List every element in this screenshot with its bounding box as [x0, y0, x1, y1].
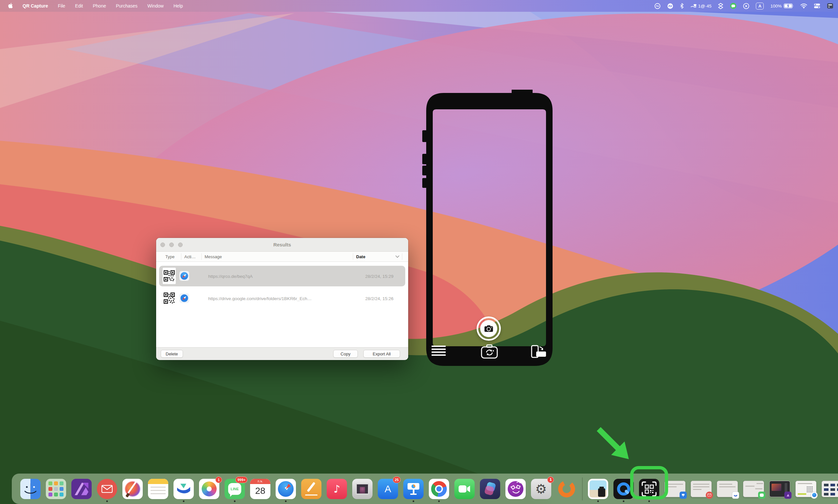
menu-file[interactable]: File — [58, 3, 66, 8]
battery-percent-label: 100% — [770, 4, 782, 8]
battery-status[interactable]: 100% — [770, 3, 794, 8]
creative-cloud-icon[interactable] — [654, 3, 661, 9]
bluetooth-icon[interactable] — [680, 3, 684, 9]
dock-photo-window-icon[interactable] — [588, 479, 608, 499]
running-indicator — [623, 500, 625, 502]
flip-camera-button[interactable] — [481, 344, 498, 359]
result-date: 28/2/24, 15:26 — [365, 296, 393, 301]
window-footer: Delete Copy Export All — [156, 347, 408, 360]
line-label: LINE — [230, 487, 239, 491]
running-indicator — [413, 500, 414, 502]
shazam-icon[interactable] — [667, 3, 673, 9]
menu-phone[interactable]: Phone — [93, 3, 106, 8]
apple-menu[interactable] — [8, 3, 13, 10]
running-indicator — [648, 500, 650, 502]
menu-window[interactable]: Window — [147, 3, 164, 8]
dock-notes-icon[interactable] — [148, 479, 168, 499]
column-action[interactable]: Acti… — [184, 254, 196, 259]
magnet-app-icon[interactable] — [718, 3, 724, 9]
table-header: Type Acti… Message Date — [156, 252, 408, 262]
zoom-button[interactable] — [178, 242, 183, 247]
calendar-month-label: ก.พ. — [250, 479, 270, 484]
line-status-icon[interactable] — [730, 3, 736, 9]
desktop-switcher-icon[interactable] — [827, 3, 834, 9]
copy-button[interactable]: Copy — [333, 350, 358, 358]
column-message[interactable]: Message — [204, 254, 222, 259]
input-source-indicator[interactable]: A — [756, 3, 764, 10]
dock-origin-icon[interactable] — [556, 479, 577, 499]
results-window: Results Type Acti… Message Date — [156, 238, 408, 360]
control-center-icon[interactable] — [814, 3, 820, 9]
dock: 1 LINE 999+ ก.พ. 28 ♪ A 25 — [12, 473, 838, 504]
dock-calendar-icon[interactable]: ก.พ. 28 — [250, 479, 270, 499]
dock-shortcuts-icon[interactable] — [480, 479, 500, 499]
active-app-name[interactable]: QR Capture — [22, 3, 48, 8]
dock-facetime-icon[interactable] — [454, 479, 475, 499]
table-row[interactable]: https://drive.google.com/drive/folders/1… — [159, 288, 405, 309]
dock-chrome-icon[interactable] — [429, 479, 449, 499]
sort-chevron-icon[interactable] — [395, 255, 399, 258]
dock-line-icon[interactable]: LINE 999+ — [225, 479, 245, 499]
delete-button[interactable]: Delete — [161, 350, 183, 358]
menu-help[interactable]: Help — [174, 3, 183, 8]
window-title: Results — [273, 242, 291, 248]
qr-code-thumbnail — [163, 290, 176, 306]
column-type[interactable]: Type — [165, 254, 175, 259]
shutter-button-inner[interactable] — [480, 320, 497, 337]
results-table: https://qrco.de/beq7qA 28/2/24, 15:29 — [156, 262, 408, 347]
dock-photobooth-icon[interactable] — [352, 479, 373, 499]
menu-bar: QR Capture File Edit Phone Purchases Win… — [0, 0, 838, 12]
notification-badge: 1 — [547, 476, 554, 483]
minimize-button[interactable] — [169, 242, 174, 247]
dock-settings-icon[interactable]: ⚙ 1 — [531, 479, 551, 499]
dock-divider — [582, 478, 583, 500]
safari-action-icon — [179, 293, 189, 304]
minimized-window-line[interactable] — [743, 481, 764, 497]
results-titlebar[interactable]: Results — [156, 238, 408, 252]
minimized-window-flow[interactable] — [717, 481, 738, 497]
desktop: QR Capture File Edit Phone Purchases Win… — [0, 0, 838, 504]
hand-heart-status[interactable]: 1@·45 — [690, 3, 712, 9]
running-indicator — [234, 500, 236, 502]
minimized-window-affinity[interactable] — [769, 481, 790, 497]
dock-affinity-icon[interactable] — [71, 479, 92, 499]
minimized-window-mail[interactable] — [691, 481, 712, 497]
dock-pixelmator-icon[interactable] — [122, 479, 143, 499]
menu-edit[interactable]: Edit — [75, 3, 83, 8]
notification-badge: 1 — [215, 476, 222, 483]
result-message: https://qrco.de/beq7qA — [208, 274, 253, 278]
menu-purchases[interactable]: Purchases — [116, 3, 138, 8]
close-button[interactable] — [160, 242, 165, 247]
minimized-window-grid[interactable] — [822, 481, 838, 497]
dock-avatar-app-icon[interactable] — [505, 479, 526, 499]
dock-launchpad-icon[interactable] — [46, 479, 66, 499]
result-date: 28/2/24, 15:29 — [365, 274, 393, 278]
dock-mail-icon[interactable] — [97, 479, 117, 499]
dock-flow-app-icon[interactable] — [174, 479, 194, 499]
table-row[interactable]: https://qrco.de/beq7qA 28/2/24, 15:29 — [159, 266, 405, 286]
export-all-button[interactable]: Export All — [363, 350, 400, 358]
dock-safari-icon[interactable] — [275, 479, 296, 499]
play-status-icon[interactable] — [743, 3, 749, 9]
desktop-wallpaper — [0, 0, 838, 504]
running-indicator — [285, 500, 287, 502]
running-indicator — [183, 500, 185, 502]
rotate-device-button[interactable] — [530, 344, 547, 359]
calendar-day-label: 28 — [250, 484, 270, 498]
column-date[interactable]: Date — [356, 254, 365, 259]
dock-finder-icon[interactable] — [20, 479, 40, 499]
phone-capture-mockup — [422, 89, 556, 370]
dock-photos-icon[interactable]: 1 — [199, 479, 219, 499]
safari-action-icon — [179, 271, 189, 282]
dock-appstore-icon[interactable]: A 25 — [378, 479, 398, 499]
dock-keynote-icon[interactable] — [403, 479, 424, 499]
minimized-window-safari-qr[interactable] — [796, 481, 816, 497]
wifi-icon[interactable] — [800, 3, 807, 8]
dock-pages-icon[interactable] — [301, 479, 321, 499]
notification-badge: 25 — [393, 476, 401, 483]
dock-music-icon[interactable]: ♪ — [327, 479, 347, 499]
menu-hamburger-button[interactable] — [431, 346, 446, 357]
battery-icon — [784, 3, 794, 8]
hand-heart-icon — [690, 3, 697, 9]
camera-icon — [484, 325, 493, 332]
